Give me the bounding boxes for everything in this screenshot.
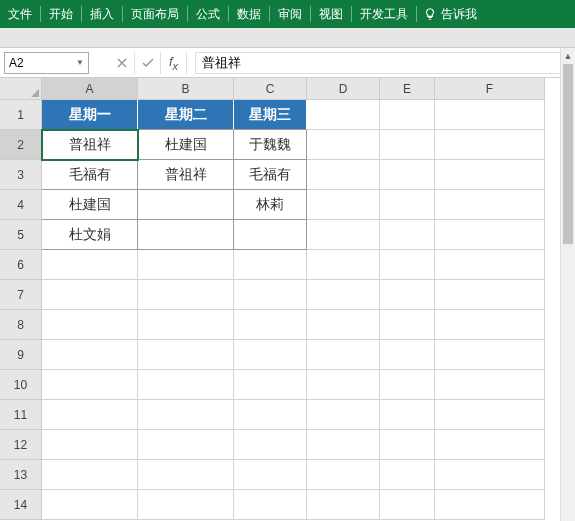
cell-D11[interactable] (307, 400, 380, 430)
cell-C9[interactable] (234, 340, 307, 370)
cell-F4[interactable] (435, 190, 545, 220)
cell-C1[interactable]: 星期三 (234, 100, 307, 130)
cell-F11[interactable] (435, 400, 545, 430)
cell-F14[interactable] (435, 490, 545, 520)
cell-B12[interactable] (138, 430, 234, 460)
row-header-8[interactable]: 8 (0, 310, 42, 340)
select-all-corner[interactable] (0, 78, 42, 100)
cell-D4[interactable] (307, 190, 380, 220)
col-header-F[interactable]: F (435, 78, 545, 100)
cell-E8[interactable] (380, 310, 435, 340)
cell-E14[interactable] (380, 490, 435, 520)
tab-developer[interactable]: 开发工具 (352, 0, 416, 28)
cell-F5[interactable] (435, 220, 545, 250)
row-header-1[interactable]: 1 (0, 100, 42, 130)
cell-B9[interactable] (138, 340, 234, 370)
cell-D12[interactable] (307, 430, 380, 460)
vertical-scrollbar[interactable]: ▲ (560, 48, 575, 521)
tab-formulas[interactable]: 公式 (188, 0, 228, 28)
cell-D6[interactable] (307, 250, 380, 280)
cell-E6[interactable] (380, 250, 435, 280)
col-header-B[interactable]: B (138, 78, 234, 100)
cell-E3[interactable] (380, 160, 435, 190)
tab-pagelayout[interactable]: 页面布局 (123, 0, 187, 28)
cell-E10[interactable] (380, 370, 435, 400)
cell-D2[interactable] (307, 130, 380, 160)
row-header-6[interactable]: 6 (0, 250, 42, 280)
cell-C6[interactable] (234, 250, 307, 280)
cell-B5[interactable] (138, 220, 234, 250)
row-header-5[interactable]: 5 (0, 220, 42, 250)
cell-F1[interactable] (435, 100, 545, 130)
cell-E11[interactable] (380, 400, 435, 430)
cell-E12[interactable] (380, 430, 435, 460)
cell-A9[interactable] (42, 340, 138, 370)
col-header-E[interactable]: E (380, 78, 435, 100)
tab-home[interactable]: 开始 (41, 0, 81, 28)
cell-F10[interactable] (435, 370, 545, 400)
cell-D3[interactable] (307, 160, 380, 190)
cell-B4[interactable] (138, 190, 234, 220)
cell-E2[interactable] (380, 130, 435, 160)
col-header-C[interactable]: C (234, 78, 307, 100)
cell-F2[interactable] (435, 130, 545, 160)
chevron-down-icon[interactable]: ▼ (76, 58, 84, 67)
cell-A8[interactable] (42, 310, 138, 340)
cell-C11[interactable] (234, 400, 307, 430)
cell-A6[interactable] (42, 250, 138, 280)
tab-file[interactable]: 文件 (0, 0, 40, 28)
enter-formula-button[interactable] (135, 52, 161, 74)
cell-B2[interactable]: 杜建国 (138, 130, 234, 160)
cell-F12[interactable] (435, 430, 545, 460)
cell-B14[interactable] (138, 490, 234, 520)
cell-D14[interactable] (307, 490, 380, 520)
cell-D9[interactable] (307, 340, 380, 370)
cell-C4[interactable]: 林莉 (234, 190, 307, 220)
cell-D7[interactable] (307, 280, 380, 310)
row-header-11[interactable]: 11 (0, 400, 42, 430)
tab-view[interactable]: 视图 (311, 0, 351, 28)
cell-F7[interactable] (435, 280, 545, 310)
cell-A1[interactable]: 星期一 (42, 100, 138, 130)
cell-B7[interactable] (138, 280, 234, 310)
cell-A10[interactable] (42, 370, 138, 400)
cell-C13[interactable] (234, 460, 307, 490)
cell-F9[interactable] (435, 340, 545, 370)
cell-F3[interactable] (435, 160, 545, 190)
cell-E9[interactable] (380, 340, 435, 370)
cell-A7[interactable] (42, 280, 138, 310)
cell-D1[interactable] (307, 100, 380, 130)
tell-me[interactable]: 告诉我 (423, 6, 477, 23)
cell-F13[interactable] (435, 460, 545, 490)
cell-C12[interactable] (234, 430, 307, 460)
cell-C10[interactable] (234, 370, 307, 400)
cell-A3[interactable]: 毛福有 (42, 160, 138, 190)
cell-F8[interactable] (435, 310, 545, 340)
cell-F6[interactable] (435, 250, 545, 280)
cell-A13[interactable] (42, 460, 138, 490)
insert-function-button[interactable]: fx (161, 52, 187, 74)
col-header-D[interactable]: D (307, 78, 380, 100)
cell-B8[interactable] (138, 310, 234, 340)
cell-A11[interactable] (42, 400, 138, 430)
cell-E1[interactable] (380, 100, 435, 130)
name-box[interactable]: A2 ▼ (4, 52, 89, 74)
scroll-up-button[interactable]: ▲ (561, 48, 575, 63)
row-header-10[interactable]: 10 (0, 370, 42, 400)
cell-C5[interactable] (234, 220, 307, 250)
cell-D5[interactable] (307, 220, 380, 250)
cell-E7[interactable] (380, 280, 435, 310)
cell-B6[interactable] (138, 250, 234, 280)
cell-A5[interactable]: 杜文娟 (42, 220, 138, 250)
row-header-13[interactable]: 13 (0, 460, 42, 490)
tab-insert[interactable]: 插入 (82, 0, 122, 28)
cell-A12[interactable] (42, 430, 138, 460)
cell-E5[interactable] (380, 220, 435, 250)
row-header-7[interactable]: 7 (0, 280, 42, 310)
cell-E13[interactable] (380, 460, 435, 490)
cell-D13[interactable] (307, 460, 380, 490)
row-header-9[interactable]: 9 (0, 340, 42, 370)
cell-C7[interactable] (234, 280, 307, 310)
row-header-12[interactable]: 12 (0, 430, 42, 460)
cell-C8[interactable] (234, 310, 307, 340)
